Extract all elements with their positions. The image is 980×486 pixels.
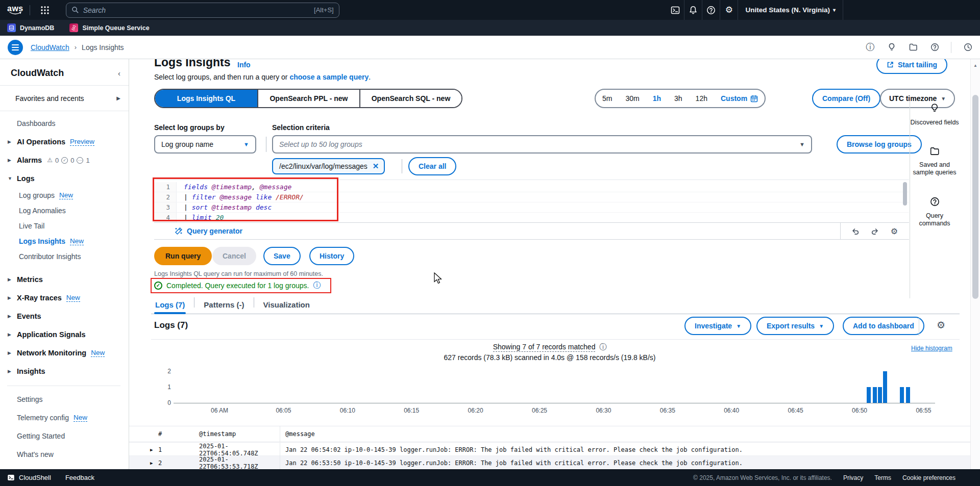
history-button[interactable]: History (309, 247, 354, 265)
editor-line-3[interactable]: 3| sort @timestamp desc (154, 202, 909, 213)
favorite-dynamodb[interactable]: DynamoDB (7, 23, 54, 32)
sidebar-item-network-monitoring[interactable]: ▶Network MonitoringNew (0, 344, 129, 362)
editor-line-1[interactable]: 1fields @timestamp, @message (154, 182, 909, 192)
preview-badge[interactable]: Preview (70, 138, 94, 146)
export-results-button[interactable]: Export results ▼ (756, 317, 834, 335)
expand-row-icon[interactable]: ▶ (150, 461, 158, 466)
matched-info-icon[interactable]: ⓘ (599, 343, 606, 351)
apps-grid-icon[interactable] (36, 0, 54, 20)
sidebar-item-settings[interactable]: Settings (0, 390, 129, 408)
histogram-bar[interactable] (883, 371, 887, 403)
rail-saved-and-sample-queries[interactable]: Saved and sample queries (910, 147, 960, 176)
sidebar-item-logs[interactable]: ▼Logs (0, 169, 129, 188)
sample-query-link[interactable]: choose a sample query (289, 73, 369, 81)
clear-all-button[interactable]: Clear all (408, 157, 456, 175)
recently-visited-icon[interactable] (963, 42, 973, 53)
sidebar-item-getting-started[interactable]: Getting Started (0, 427, 129, 445)
expand-row-icon[interactable]: ▶ (150, 447, 158, 452)
folder-icon[interactable] (908, 42, 918, 53)
new-badge[interactable]: New (74, 414, 87, 422)
search-input[interactable] (83, 6, 314, 14)
tab-logs-insights-ql[interactable]: Logs Insights QL (155, 90, 257, 107)
histogram-bar[interactable] (906, 387, 910, 403)
sidebar-item-live-tail[interactable]: Live Tail (0, 218, 129, 234)
sidebar-item-x-ray-traces[interactable]: ▶X-Ray tracesNew (0, 289, 129, 307)
sidebar-item-events[interactable]: ▶Events (0, 307, 129, 325)
sidebar-collapse-icon[interactable]: ‹ (118, 69, 120, 78)
info-link[interactable]: Info (237, 61, 251, 69)
new-badge[interactable]: New (91, 349, 105, 357)
hamburger-menu-icon[interactable] (8, 40, 23, 55)
region-selector[interactable]: United States (N. Virginia) ▾ (738, 6, 843, 14)
browse-log-groups-button[interactable]: Browse log groups (837, 135, 922, 154)
scroll-up-arrow[interactable]: ▲ (973, 63, 977, 68)
help-icon[interactable] (929, 42, 940, 53)
editor-line-4[interactable]: 4| limit 20 (154, 213, 909, 223)
histogram-bar[interactable] (900, 387, 904, 403)
investigate-button[interactable]: Investigate ▼ (684, 317, 751, 335)
results-settings-gear-icon[interactable]: ⚙ (937, 319, 945, 331)
start-tailing-button[interactable]: Start tailing (876, 59, 947, 74)
settings-gear-icon[interactable]: ⚙ (720, 0, 738, 20)
sidebar-item-log-anomalies[interactable]: Log Anomalies (0, 203, 129, 218)
column-header-number[interactable]: # (158, 430, 195, 438)
rail-query-commands[interactable]: Query commands (910, 197, 960, 227)
rail-discovered-fields[interactable]: Discovered fields (910, 103, 960, 126)
sidebar-item-contributor-insights[interactable]: Contributor Insights (0, 249, 129, 264)
sidebar-item-telemetry-config[interactable]: Telemetry configNew (0, 408, 129, 427)
scrollbar-thumb[interactable] (972, 95, 978, 299)
tab-patterns[interactable]: Patterns (-) (203, 297, 245, 314)
time-range-3h[interactable]: 3h (668, 94, 689, 103)
histogram-bar[interactable] (873, 387, 877, 403)
column-header-timestamp[interactable]: @timestamp (195, 430, 280, 438)
table-row[interactable]: ▶12025-01-22T06:54:05.748ZJan 22 06:54:0… (129, 442, 970, 455)
tab-visualization[interactable]: Visualization (262, 297, 311, 314)
info-icon[interactable]: ⓘ (865, 42, 875, 53)
tab-logs-7[interactable]: Logs (7) (154, 297, 186, 314)
lightbulb-icon[interactable] (887, 42, 897, 53)
new-badge[interactable]: New (66, 294, 80, 302)
cloudshell-terminal-icon[interactable] (667, 0, 684, 20)
editor-scrollbar[interactable] (903, 182, 907, 206)
favorite-sqs[interactable]: Simple Queue Service (61, 23, 149, 32)
notifications-bell-icon[interactable] (684, 0, 702, 20)
help-icon[interactable] (702, 0, 720, 20)
log-group-name-select[interactable]: Log group name ▼ (154, 135, 256, 154)
global-search[interactable]: [Alt+S] (66, 3, 339, 18)
sidebar-item-what-s-new[interactable]: What's new (0, 445, 129, 464)
log-groups-input[interactable] (279, 140, 799, 148)
histogram-bar[interactable] (878, 387, 882, 403)
time-range-custom[interactable]: Custom (714, 94, 765, 103)
sidebar-item-dashboards[interactable]: Dashboards (0, 114, 129, 133)
tab-opensearch-sql-new[interactable]: OpenSearch SQL - new (359, 90, 461, 107)
time-range-30m[interactable]: 30m (619, 94, 646, 103)
remove-token-icon[interactable]: ✕ (373, 162, 379, 171)
hide-histogram-link[interactable]: Hide histogram (911, 345, 952, 352)
sidebar-item-ai-operations[interactable]: ▶AI OperationsPreview (0, 133, 129, 151)
sidebar-item-logs-insights[interactable]: Logs InsightsNew (0, 234, 129, 249)
sidebar-item-log-groups[interactable]: Log groupsNew (0, 188, 129, 203)
editor-line-2[interactable]: 2| filter @message like /ERROR/ (154, 192, 909, 202)
column-header-message[interactable]: @message (280, 426, 970, 442)
selected-log-group-token[interactable]: /ec2/linux/var/log/messages ✕ (272, 158, 385, 174)
time-range-12h[interactable]: 12h (689, 94, 714, 103)
breadcrumb-cloudwatch-link[interactable]: CloudWatch (31, 43, 69, 52)
sidebar-favorites-and-recents[interactable]: Favorites and recents ▶ (0, 86, 129, 111)
footer-link-terms[interactable]: Terms (874, 474, 891, 481)
query-generator-button[interactable]: Query generator (175, 227, 242, 235)
status-info-icon[interactable]: ⓘ (313, 280, 321, 290)
sidebar-item-application-signals[interactable]: ▶Application Signals (0, 325, 129, 344)
table-row[interactable]: ▶22025-01-22T06:53:53.718ZJan 22 06:53:5… (129, 455, 970, 469)
query-editor[interactable]: 1fields @timestamp, @message2| filter @m… (154, 180, 909, 222)
sidebar-item-metrics[interactable]: ▶Metrics (0, 270, 129, 289)
new-badge[interactable]: New (70, 237, 84, 245)
compare-button[interactable]: Compare (Off) (812, 89, 880, 108)
add-to-dashboard-button[interactable]: Add to dashboard (843, 317, 924, 335)
cancel-button[interactable]: Cancel (212, 247, 256, 265)
footer-cloudshell[interactable]: CloudShell (7, 474, 51, 481)
tab-opensearch-ppl-new[interactable]: OpenSearch PPL - new (257, 90, 359, 107)
redo-icon[interactable] (870, 226, 879, 236)
save-button[interactable]: Save (263, 247, 301, 265)
sidebar-item-insights[interactable]: ▶Insights (0, 362, 129, 380)
editor-settings-gear-icon[interactable]: ⚙ (890, 226, 899, 236)
